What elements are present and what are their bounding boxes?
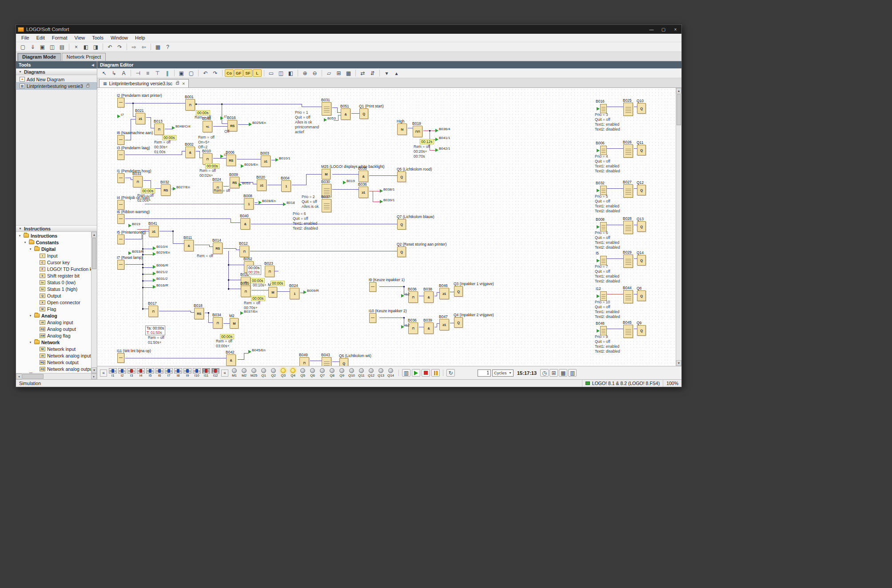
q-q13[interactable]: Q13Q — [637, 221, 646, 232]
msg-b045[interactable]: B045 — [623, 325, 633, 338]
title-bar[interactable]: LOGO!Soft Comfort — ▢ × — [16, 25, 681, 34]
split-horizontal-icon[interactable]: ◧ — [286, 69, 295, 77]
outputs-scroll-left-button[interactable]: « — [221, 369, 228, 377]
q-q4[interactable]: Q4 (Inpakker 2 vrijgave)Q — [454, 317, 463, 328]
tree-item-shift-register-bit[interactable]: SShift register bit — [16, 272, 91, 279]
tree-twisty-icon[interactable]: ▾ — [28, 341, 32, 344]
q-q6[interactable]: Q6 (Lichtkolom wit)Q — [339, 358, 348, 366]
inputs-scroll-left-button[interactable]: « — [100, 369, 107, 377]
diagram-item-lintprinterbesturing-versie3[interactable]: ▦Lintprinterbesturing versie3 — [16, 83, 97, 89]
scroll-right-icon[interactable]: ▸ — [91, 373, 97, 379]
undo-icon[interactable]: ↶ — [105, 43, 115, 51]
layout-icon[interactable]: ▱ — [324, 69, 334, 77]
block-b023[interactable]: B023⊓ — [265, 266, 275, 277]
input-toggle-i12[interactable]: 01I12 — [211, 368, 220, 377]
m-m25[interactable]: M25 (LOGO! displays white backlight)M — [322, 169, 331, 179]
redo-icon[interactable]: ↷ — [115, 43, 124, 51]
tree-twisty-icon[interactable]: ▾ — [23, 241, 27, 244]
msg-b025[interactable]: B025 — [623, 103, 633, 116]
zoom-out-icon[interactable]: ⊖ — [310, 69, 319, 77]
msg-b029[interactable]: B029 — [623, 254, 633, 268]
block-b032[interactable]: B032RS — [161, 184, 171, 196]
tree-twisty-icon[interactable]: ▾ — [18, 234, 22, 238]
input-i4[interactable]: I4 (Printjob on hold) — [117, 200, 124, 210]
msg-b026[interactable]: B026 — [623, 144, 633, 158]
block-b017[interactable]: B017⊓ — [148, 306, 158, 317]
block-b012[interactable]: B012⊓ — [239, 246, 249, 257]
ref-b006[interactable]: B006 — [597, 146, 607, 155]
input-i2[interactable]: I2 (Pendelarm start printer) — [117, 98, 124, 107]
toggle-switch-icon[interactable]: 01 — [155, 368, 163, 373]
scrollbar-thumb[interactable] — [677, 94, 681, 125]
tree-item-instructions[interactable]: ▾Instructions — [16, 232, 91, 239]
tree-twisty-icon[interactable]: ▾ — [28, 247, 32, 251]
input-toggle-i4[interactable]: 01I4 — [136, 368, 145, 377]
select-tool[interactable]: ↖ — [100, 69, 109, 77]
toggle-switch-icon[interactable]: 01 — [174, 368, 182, 373]
menu-tools[interactable]: Tools — [88, 34, 107, 41]
block-b008[interactable]: B0081 — [244, 198, 254, 210]
toggle-switch-icon[interactable]: 01 — [183, 368, 191, 373]
align-left-icon[interactable]: ⊣ — [133, 69, 143, 77]
split-vertical-icon[interactable]: ◫ — [276, 69, 286, 77]
monitor-icon[interactable]: ▦ — [344, 69, 353, 77]
input-toggle-i9[interactable]: 01I9 — [183, 368, 192, 377]
msg-b044[interactable]: B044 — [623, 290, 633, 303]
text-tool[interactable]: A — [119, 69, 128, 77]
toggle-switch-icon[interactable]: 01 — [211, 368, 219, 373]
toggle-switch-icon[interactable]: 01 — [137, 368, 145, 373]
mode-tab-diagram-mode[interactable]: Diagram Mode — [17, 53, 61, 61]
menu-view[interactable]: View — [71, 34, 89, 41]
delete-icon[interactable]: × — [72, 43, 81, 51]
labels-button[interactable]: L — [253, 69, 262, 77]
restart-icon[interactable]: ↻ — [446, 369, 455, 377]
input-i10[interactable]: I10 (Keuze inpakker 2) — [369, 313, 376, 323]
expand-icon[interactable]: ▾ — [382, 69, 391, 77]
diagram-item-add-new-diagram[interactable]: +Add New Diagram — [16, 76, 97, 83]
ref-i5[interactable]: I5 — [597, 256, 607, 265]
scrollbar-thumb[interactable] — [22, 374, 44, 379]
tree-item-network-analog-input[interactable]: AINetwork analog input — [16, 352, 91, 359]
tree-item-status-1-high[interactable]: hiStatus 1 (high) — [16, 286, 91, 292]
input-i9[interactable]: I9 (Keuze inpakker 1) — [369, 282, 376, 292]
tree-item-output[interactable]: QOutput — [16, 292, 91, 299]
cycles-count-field[interactable]: 1 — [478, 369, 491, 377]
tree-item-status-0-low[interactable]: loStatus 0 (low) — [16, 279, 91, 286]
tree-twisty-icon[interactable]: ▾ — [28, 314, 32, 318]
toggle-switch-icon[interactable]: 01 — [165, 368, 173, 373]
block-b047[interactable]: B047≥1 — [439, 319, 449, 330]
scroll-up-icon[interactable]: ▲ — [676, 88, 681, 94]
stop-simulation-button[interactable] — [422, 369, 430, 377]
minimize-button[interactable]: — — [645, 25, 657, 34]
tree-item-flag[interactable]: MFlag — [16, 306, 91, 312]
menu-format[interactable]: Format — [48, 34, 71, 41]
input-i5[interactable]: I5 (Printerstoring) — [117, 234, 124, 244]
block-b038[interactable]: B038& — [424, 291, 434, 303]
bring-front-icon[interactable]: ▣ — [177, 69, 186, 77]
block-b009[interactable]: B009RS — [230, 177, 239, 188]
toggle-switch-icon[interactable]: 01 — [109, 368, 117, 373]
toggle-switch-icon[interactable]: 01 — [146, 368, 154, 373]
m-m2[interactable]: M2M — [230, 318, 239, 329]
toggle-switch-icon[interactable]: 01 — [193, 368, 201, 373]
tree-item-digital[interactable]: ▾Digital — [16, 246, 91, 252]
pause-simulation-button[interactable] — [431, 369, 440, 377]
transfer-pc-to-logo-icon[interactable]: ⇨ — [129, 43, 139, 51]
ref-i12[interactable]: I12 — [597, 291, 607, 301]
save-icon[interactable]: ◫ — [48, 43, 57, 51]
block-high[interactable]: Highhi — [397, 123, 407, 135]
go-online-icon[interactable]: ⇵ — [368, 69, 377, 77]
print-icon[interactable]: ▤ — [57, 43, 67, 51]
ref-b008[interactable]: B008 — [597, 222, 607, 231]
block-b003[interactable]: B003≥1 — [261, 155, 271, 167]
scroll-left-icon[interactable]: ◂ — [16, 373, 22, 379]
input-toggle-i10[interactable]: 01I10 — [192, 368, 201, 377]
tree-item-network-analog-output[interactable]: AQNetwork analog output — [16, 366, 91, 372]
tree-item-network-output[interactable]: NQNetwork output — [16, 359, 91, 366]
connector-tool[interactable]: ↳ — [109, 69, 119, 77]
scroll-down-icon[interactable]: ▼ — [92, 367, 97, 373]
input-toggle-i1[interactable]: 01I1 — [108, 368, 117, 377]
paste-icon[interactable]: ◨ — [91, 43, 100, 51]
grid-icon[interactable]: ⊞ — [334, 69, 343, 77]
input-i11[interactable]: I11 (Wit lint bijna op) — [117, 353, 124, 363]
